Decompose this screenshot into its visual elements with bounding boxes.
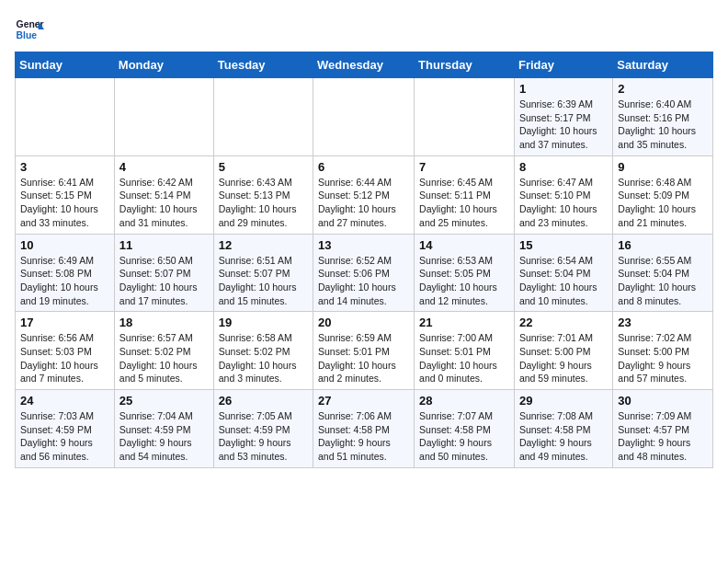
calendar-cell: 9Sunrise: 6:48 AM Sunset: 5:09 PM Daylig… <box>613 155 713 234</box>
calendar-cell <box>114 78 213 156</box>
day-info: Sunrise: 7:04 AM Sunset: 4:59 PM Dayligh… <box>119 409 209 464</box>
calendar-cell: 23Sunrise: 7:02 AM Sunset: 5:00 PM Dayli… <box>613 312 713 390</box>
day-number: 13 <box>318 238 409 252</box>
day-number: 10 <box>20 238 109 252</box>
day-info: Sunrise: 6:52 AM Sunset: 5:06 PM Dayligh… <box>318 254 409 308</box>
calendar-cell: 14Sunrise: 6:53 AM Sunset: 5:05 PM Dayli… <box>415 234 515 312</box>
day-number: 21 <box>419 316 509 329</box>
day-info: Sunrise: 6:59 AM Sunset: 5:01 PM Dayligh… <box>318 331 409 385</box>
day-number: 23 <box>618 316 708 329</box>
day-info: Sunrise: 7:06 AM Sunset: 4:58 PM Dayligh… <box>318 409 409 464</box>
day-info: Sunrise: 7:02 AM Sunset: 5:00 PM Dayligh… <box>618 331 708 385</box>
day-number: 2 <box>618 82 708 96</box>
calendar-cell: 5Sunrise: 6:43 AM Sunset: 5:13 PM Daylig… <box>213 155 313 234</box>
day-number: 28 <box>419 394 509 408</box>
day-number: 24 <box>20 394 109 408</box>
calendar-cell: 29Sunrise: 7:08 AM Sunset: 4:58 PM Dayli… <box>514 390 612 468</box>
calendar-cell <box>213 78 313 156</box>
day-info: Sunrise: 7:08 AM Sunset: 4:58 PM Dayligh… <box>519 409 608 464</box>
page-header: General Blue <box>15 15 713 44</box>
calendar-cell: 30Sunrise: 7:09 AM Sunset: 4:57 PM Dayli… <box>613 390 713 468</box>
day-number: 8 <box>519 160 608 174</box>
calendar-cell: 18Sunrise: 6:57 AM Sunset: 5:02 PM Dayli… <box>114 312 213 390</box>
day-info: Sunrise: 6:47 AM Sunset: 5:10 PM Dayligh… <box>519 176 608 230</box>
weekday-header-friday: Friday <box>514 52 612 78</box>
day-info: Sunrise: 6:45 AM Sunset: 5:11 PM Dayligh… <box>419 176 509 230</box>
day-number: 27 <box>318 394 409 408</box>
calendar-row-0: 1Sunrise: 6:39 AM Sunset: 5:17 PM Daylig… <box>16 78 713 156</box>
calendar-cell: 4Sunrise: 6:42 AM Sunset: 5:14 PM Daylig… <box>114 155 213 234</box>
weekday-header-thursday: Thursday <box>415 52 515 78</box>
day-number: 7 <box>419 160 509 174</box>
calendar-cell: 1Sunrise: 6:39 AM Sunset: 5:17 PM Daylig… <box>514 78 612 156</box>
weekday-header-wednesday: Wednesday <box>313 52 415 78</box>
calendar-row-2: 10Sunrise: 6:49 AM Sunset: 5:08 PM Dayli… <box>16 234 713 312</box>
day-number: 15 <box>519 238 608 252</box>
calendar-cell: 8Sunrise: 6:47 AM Sunset: 5:10 PM Daylig… <box>514 155 612 234</box>
day-number: 25 <box>119 394 209 408</box>
calendar-cell: 22Sunrise: 7:01 AM Sunset: 5:00 PM Dayli… <box>514 312 612 390</box>
day-number: 5 <box>219 160 308 174</box>
day-info: Sunrise: 6:51 AM Sunset: 5:07 PM Dayligh… <box>219 254 308 308</box>
calendar-table: SundayMondayTuesdayWednesdayThursdayFrid… <box>15 52 713 468</box>
day-info: Sunrise: 7:01 AM Sunset: 5:00 PM Dayligh… <box>519 331 608 385</box>
calendar-cell: 7Sunrise: 6:45 AM Sunset: 5:11 PM Daylig… <box>415 155 515 234</box>
calendar-row-4: 24Sunrise: 7:03 AM Sunset: 4:59 PM Dayli… <box>16 390 713 468</box>
day-info: Sunrise: 7:00 AM Sunset: 5:01 PM Dayligh… <box>419 331 509 385</box>
day-info: Sunrise: 6:54 AM Sunset: 5:04 PM Dayligh… <box>519 254 608 308</box>
day-info: Sunrise: 6:44 AM Sunset: 5:12 PM Dayligh… <box>318 176 409 230</box>
calendar-cell: 20Sunrise: 6:59 AM Sunset: 5:01 PM Dayli… <box>313 312 415 390</box>
weekday-header-tuesday: Tuesday <box>213 52 313 78</box>
calendar-cell: 2Sunrise: 6:40 AM Sunset: 5:16 PM Daylig… <box>613 78 713 156</box>
day-number: 20 <box>318 316 409 329</box>
calendar-cell: 10Sunrise: 6:49 AM Sunset: 5:08 PM Dayli… <box>16 234 115 312</box>
day-info: Sunrise: 7:07 AM Sunset: 4:58 PM Dayligh… <box>419 409 509 464</box>
day-number: 16 <box>618 238 708 252</box>
calendar-cell: 16Sunrise: 6:55 AM Sunset: 5:04 PM Dayli… <box>613 234 713 312</box>
calendar-cell: 11Sunrise: 6:50 AM Sunset: 5:07 PM Dayli… <box>114 234 213 312</box>
day-info: Sunrise: 6:43 AM Sunset: 5:13 PM Dayligh… <box>219 176 308 230</box>
day-info: Sunrise: 6:53 AM Sunset: 5:05 PM Dayligh… <box>419 254 509 308</box>
svg-text:Blue: Blue <box>17 30 38 40</box>
day-info: Sunrise: 7:05 AM Sunset: 4:59 PM Dayligh… <box>219 409 308 464</box>
calendar-cell: 19Sunrise: 6:58 AM Sunset: 5:02 PM Dayli… <box>213 312 313 390</box>
day-number: 19 <box>219 316 308 329</box>
calendar-cell: 27Sunrise: 7:06 AM Sunset: 4:58 PM Dayli… <box>313 390 415 468</box>
weekday-header-sunday: Sunday <box>16 52 115 78</box>
day-number: 14 <box>419 238 509 252</box>
day-info: Sunrise: 6:39 AM Sunset: 5:17 PM Dayligh… <box>519 98 608 152</box>
day-info: Sunrise: 6:41 AM Sunset: 5:15 PM Dayligh… <box>20 176 109 230</box>
day-info: Sunrise: 6:48 AM Sunset: 5:09 PM Dayligh… <box>618 176 708 230</box>
day-info: Sunrise: 6:42 AM Sunset: 5:14 PM Dayligh… <box>119 176 209 230</box>
day-info: Sunrise: 6:57 AM Sunset: 5:02 PM Dayligh… <box>119 331 209 385</box>
day-number: 17 <box>20 316 109 329</box>
calendar-cell <box>16 78 115 156</box>
day-info: Sunrise: 6:50 AM Sunset: 5:07 PM Dayligh… <box>119 254 209 308</box>
weekday-header-saturday: Saturday <box>613 52 713 78</box>
calendar-cell: 12Sunrise: 6:51 AM Sunset: 5:07 PM Dayli… <box>213 234 313 312</box>
day-number: 30 <box>618 394 708 408</box>
day-number: 6 <box>318 160 409 174</box>
calendar-cell: 3Sunrise: 6:41 AM Sunset: 5:15 PM Daylig… <box>16 155 115 234</box>
day-info: Sunrise: 7:09 AM Sunset: 4:57 PM Dayligh… <box>618 409 708 464</box>
calendar-cell: 24Sunrise: 7:03 AM Sunset: 4:59 PM Dayli… <box>16 390 115 468</box>
calendar-cell <box>313 78 415 156</box>
calendar-cell: 17Sunrise: 6:56 AM Sunset: 5:03 PM Dayli… <box>16 312 115 390</box>
day-number: 9 <box>618 160 708 174</box>
calendar-body: 1Sunrise: 6:39 AM Sunset: 5:17 PM Daylig… <box>16 78 713 468</box>
calendar-row-3: 17Sunrise: 6:56 AM Sunset: 5:03 PM Dayli… <box>16 312 713 390</box>
day-number: 22 <box>519 316 608 329</box>
weekday-header-monday: Monday <box>114 52 213 78</box>
calendar-cell: 15Sunrise: 6:54 AM Sunset: 5:04 PM Dayli… <box>514 234 612 312</box>
day-info: Sunrise: 6:55 AM Sunset: 5:04 PM Dayligh… <box>618 254 708 308</box>
day-info: Sunrise: 6:58 AM Sunset: 5:02 PM Dayligh… <box>219 331 308 385</box>
logo-icon: General Blue <box>15 15 44 44</box>
calendar-row-1: 3Sunrise: 6:41 AM Sunset: 5:15 PM Daylig… <box>16 155 713 234</box>
day-number: 18 <box>119 316 209 329</box>
calendar-cell: 25Sunrise: 7:04 AM Sunset: 4:59 PM Dayli… <box>114 390 213 468</box>
logo: General Blue <box>15 15 44 44</box>
weekday-header-row: SundayMondayTuesdayWednesdayThursdayFrid… <box>16 52 713 78</box>
calendar-cell: 28Sunrise: 7:07 AM Sunset: 4:58 PM Dayli… <box>415 390 515 468</box>
day-number: 12 <box>219 238 308 252</box>
day-number: 1 <box>519 82 608 96</box>
